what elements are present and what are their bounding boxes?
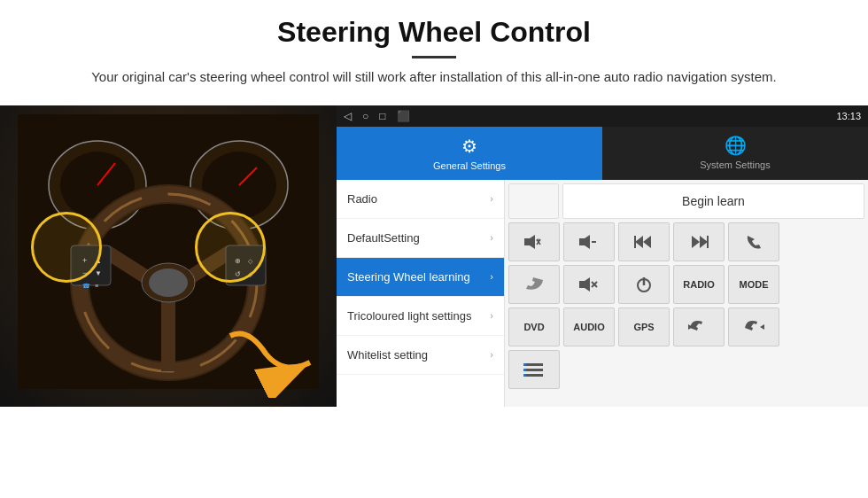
hang-up-button[interactable]: [508, 265, 560, 304]
menu-item-steering[interactable]: Steering Wheel learning ›: [337, 258, 504, 297]
chevron-icon-default: ›: [490, 232, 493, 243]
content-area: + − ▲ ▼ ☎ ≡ ⊕ ◇ ↺ ◇: [0, 105, 868, 499]
phone-answer-button[interactable]: [728, 222, 779, 261]
svg-marker-32: [579, 235, 590, 249]
gear-icon: ⚙: [461, 136, 477, 157]
svg-rect-47: [525, 363, 543, 366]
tab-general-settings[interactable]: ⚙ General Settings: [337, 127, 602, 180]
svg-marker-34: [635, 236, 643, 248]
menu-default-label: DefaultSetting: [347, 231, 420, 245]
mode-button[interactable]: MODE: [728, 265, 779, 304]
svg-rect-48: [525, 369, 543, 371]
svg-rect-36: [634, 236, 636, 248]
svg-marker-38: [692, 236, 700, 248]
svg-rect-51: [523, 369, 526, 371]
svg-rect-50: [523, 363, 526, 366]
page-container: Steering Wheel Control Your original car…: [0, 0, 868, 498]
svg-marker-46: [760, 324, 764, 330]
phone-next-button[interactable]: [728, 307, 779, 346]
tab-general-label: General Settings: [433, 160, 506, 171]
svg-marker-40: [579, 277, 590, 292]
subtitle: Your original car's steering wheel contr…: [53, 67, 815, 88]
device-area: ◁ ○ □ ⬛ 13:13 ⚙ General Settings 🌐 Syste…: [337, 105, 868, 407]
right-panel: Begin learn +: [505, 180, 868, 407]
menu-whitelist-label: Whitelist setting: [347, 348, 428, 362]
status-time: 13:13: [836, 111, 861, 121]
svg-text:▼: ▼: [95, 269, 102, 277]
globe-icon: 🌐: [725, 135, 747, 156]
menu-radio-label: Radio: [347, 192, 377, 206]
svg-marker-28: [524, 235, 535, 249]
begin-learn-button[interactable]: Begin learn: [562, 183, 864, 219]
menu-item-whitelist[interactable]: Whitelist setting ›: [337, 336, 504, 375]
next-track-button[interactable]: [673, 222, 725, 261]
highlight-circle-left: [31, 212, 102, 283]
chevron-icon-whitelist: ›: [490, 349, 493, 360]
audio-button[interactable]: AUDIO: [563, 307, 615, 346]
panel-row-1: +: [508, 222, 864, 261]
svg-text:+: +: [536, 237, 540, 245]
tab-system-settings[interactable]: 🌐 System Settings: [602, 127, 868, 180]
menu-icon: ⬛: [397, 110, 410, 122]
empty-placeholder: [508, 183, 559, 219]
phone-prev-button[interactable]: [673, 307, 725, 346]
tab-system-label: System Settings: [700, 160, 770, 170]
svg-text:☎: ☎: [82, 283, 90, 289]
menu-list: Radio › DefaultSetting › Steering Wheel …: [337, 180, 505, 407]
panel-row-4: [508, 350, 864, 389]
chevron-icon-tricoloured: ›: [490, 310, 493, 321]
status-bar: ◁ ○ □ ⬛ 13:13: [337, 105, 868, 127]
svg-text:≡: ≡: [95, 283, 98, 289]
svg-marker-37: [700, 236, 708, 248]
menu-item-default[interactable]: DefaultSetting ›: [337, 219, 504, 258]
svg-rect-49: [525, 374, 543, 377]
menu-item-tricoloured[interactable]: Tricoloured light settings ›: [337, 297, 504, 336]
svg-rect-39: [707, 236, 709, 248]
highlight-circle-right: [195, 212, 266, 283]
title-divider: [412, 56, 456, 58]
power-button[interactable]: [618, 265, 670, 304]
menu-item-radio[interactable]: Radio ›: [337, 180, 504, 219]
arrow-indicator: [213, 318, 328, 398]
vol-down-button[interactable]: [563, 222, 615, 261]
panel-row-begin: Begin learn: [508, 183, 864, 219]
svg-rect-52: [523, 374, 526, 377]
svg-point-14: [149, 268, 188, 297]
radio-button[interactable]: RADIO: [673, 265, 725, 304]
svg-marker-35: [643, 236, 651, 248]
tab-bar: ⚙ General Settings 🌐 System Settings: [337, 127, 868, 180]
menu-steering-label: Steering Wheel learning: [347, 270, 470, 284]
panel-row-3: DVD AUDIO GPS: [508, 307, 864, 346]
mute-button[interactable]: [563, 265, 615, 304]
photo-area: + − ▲ ▼ ☎ ≡ ⊕ ◇ ↺ ◇: [0, 105, 337, 407]
steering-wheel-background: + − ▲ ▼ ☎ ≡ ⊕ ◇ ↺ ◇: [0, 105, 337, 407]
recent-icon: □: [379, 110, 385, 122]
dvd-button[interactable]: DVD: [508, 307, 560, 346]
home-icon: ○: [362, 110, 368, 122]
vol-up-button[interactable]: +: [508, 222, 560, 261]
menu-tricoloured-label: Tricoloured light settings: [347, 309, 471, 323]
panel-row-2: RADIO MODE: [508, 265, 864, 304]
page-title: Steering Wheel Control: [53, 16, 815, 49]
device-main: Radio › DefaultSetting › Steering Wheel …: [337, 180, 868, 407]
header-section: Steering Wheel Control Your original car…: [0, 0, 868, 97]
prev-track-button[interactable]: [618, 222, 670, 261]
status-bar-left: ◁ ○ □ ⬛: [344, 110, 410, 122]
list-button[interactable]: [508, 350, 560, 389]
gps-button[interactable]: GPS: [618, 307, 670, 346]
chevron-icon-radio: ›: [490, 193, 493, 204]
back-icon: ◁: [344, 110, 352, 122]
chevron-icon-steering: ›: [490, 271, 493, 282]
